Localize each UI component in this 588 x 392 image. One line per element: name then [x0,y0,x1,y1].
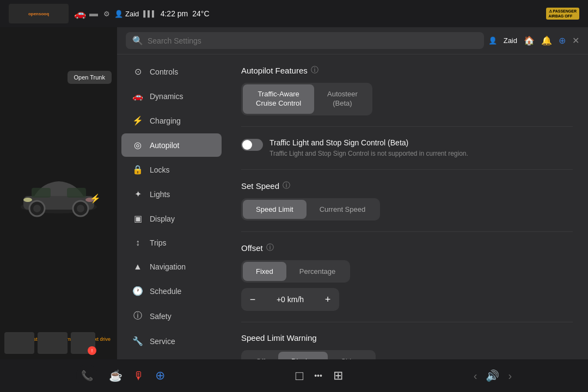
svg-point-5 [33,205,41,212]
percentage-button[interactable]: Percentage [286,262,349,281]
battery-icon: ▬ [89,9,98,19]
autosteer-button[interactable]: Autosteer (Beta) [314,84,371,114]
volume-icon[interactable]: 🔊 [486,369,499,382]
sidebar-item-display[interactable]: ▣ Display [121,207,222,230]
divider-2 [241,169,573,170]
sidebar-item-charging[interactable]: ⚡ Charging [121,109,222,132]
speed-offset-value: +0 km/h [262,295,318,304]
search-input-wrapper[interactable]: 🔍 [126,32,484,49]
traffic-light-toggle[interactable] [241,139,263,151]
user-icon: 👤 [114,10,123,18]
schedule-icon: 🕐 [132,286,143,296]
header-user-section: 👤 Zaid 🏠 🔔 ⊕ ✕ [488,35,579,46]
sidebar-item-software[interactable]: ↓ Software [121,354,222,359]
speed-limit-button[interactable]: Speed Limit [243,200,307,219]
status-user: 👤 Zaid [114,10,139,18]
controls-label: Controls [150,68,178,76]
sidebar-item-lights[interactable]: ✦ Lights [121,182,222,206]
thumbnail-1 [4,332,34,354]
charge-icon: ⚡ [90,193,101,204]
sidebar-item-controls[interactable]: ⊙ Controls [121,60,222,83]
lights-icon: ✦ [132,189,143,199]
autopilot-label: Autopilot [150,141,179,150]
svg-point-7 [77,205,84,212]
status-left: opensooq 🚗 ▬ ⚙ 👤 Zaid ▌▌▌ 4:22 pm 24°C [9,4,546,23]
display-label: Display [150,215,175,223]
autopilot-feature-buttons: Traffic-Aware Cruise Control Autosteer (… [241,83,372,115]
bluetooth-icon[interactable]: ⊕ [559,35,566,46]
grid-icon[interactable]: ⊞ [333,369,343,383]
bt-taskbar-icon[interactable]: ⊕ [155,369,165,383]
taskbar: 📞 ☕ 🎙 ⊕ □ ••• ⊞ ‹ 🔊 › [0,359,588,392]
dots-icon[interactable]: ••• [314,371,322,380]
service-label: Service [150,337,175,346]
tacc-button[interactable]: Traffic-Aware Cruise Control [243,84,314,114]
sidebar-item-navigation[interactable]: ▲ Navigation [121,255,222,278]
sidebar-item-service[interactable]: 🔧 Service [121,329,222,353]
speed-limit-warning-title: Speed Limit Warning [241,333,573,342]
traffic-light-subtitle: Traffic Light and Stop Sign Control is n… [270,149,468,158]
controls-icon: ⊙ [132,66,143,77]
set-speed-info-icon[interactable]: ⓘ [283,181,290,191]
sidebar-item-dynamics[interactable]: 🚗 Dynamics [121,84,222,108]
thumbnail-3-wrapper: ! [71,332,95,354]
sidebar-item-autopilot[interactable]: ◎ Autopilot [121,133,222,157]
warning-display-button[interactable]: Display [278,352,328,359]
nav-right-arrow[interactable]: › [508,370,512,382]
autopilot-features-title: Autopilot Features ⓘ [241,65,573,75]
speed-limit-warning-buttons: Off Display Chime [241,350,376,359]
taskbar-right: ‹ 🔊 › [474,369,512,382]
fixed-button[interactable]: Fixed [243,262,286,281]
charging-icon: ⚡ [132,115,143,126]
square-icon[interactable]: □ [296,368,304,383]
locks-label: Locks [150,166,170,174]
wifi-icon[interactable]: ✕ [572,35,579,46]
divider-1 [241,126,573,127]
navigation-icon: ▲ [132,262,143,272]
nav-arrows: ‹ [474,370,477,382]
sidebar-item-locks[interactable]: 🔒 Locks [121,158,222,181]
increment-speed-button[interactable]: + [318,290,338,309]
search-input[interactable] [148,36,477,45]
passenger-badge: ⚠ PASSENGERAIRBAG OFF [546,8,579,20]
coffee-icon[interactable]: ☕ [109,369,122,382]
open-trunk-button[interactable]: Open Trunk [68,71,112,84]
sidebar-item-trips[interactable]: ↕ Trips [121,231,222,254]
warning-off-button[interactable]: Off [243,352,278,359]
dynamics-label: Dynamics [150,92,183,101]
lights-label: Lights [150,190,170,199]
taskbar-left: 📞 ☕ 🎙 ⊕ [76,365,165,387]
thumbnail-2 [38,332,68,354]
mic-icon[interactable]: 🎙 [133,370,144,382]
offset-info-icon[interactable]: ⓘ [266,243,274,253]
bottom-thumbnails: ! [4,332,95,354]
schedule-label: Schedule [150,287,181,296]
decrement-speed-button[interactable]: − [243,290,262,309]
settings-panel: 🔍 👤 Zaid 🏠 🔔 ⊕ ✕ ⊙ Controls 🚗 Dynamics ⚡ [117,27,588,359]
taskbar-center: □ ••• ⊞ [296,368,343,383]
main-content: Autopilot Features ⓘ Traffic-Aware Cruis… [226,54,588,359]
offset-buttons: Fixed Percentage [241,260,350,283]
current-speed-button[interactable]: Current Speed [307,200,379,219]
sidebar-item-safety[interactable]: ⓘ Safety [121,304,222,328]
phone-icon[interactable]: 📞 [76,365,98,387]
autopilot-info-icon[interactable]: ⓘ [311,65,318,75]
bell-icon[interactable]: 🔔 [541,35,552,46]
nav-left-arrow[interactable]: ‹ [474,370,477,382]
status-icons: ⚙ 👤 Zaid ▌▌▌ 4:22 pm 24°C [103,9,210,18]
car-icon: 🚗 [74,8,86,20]
opensooq-logo: opensooq [9,4,69,23]
charging-label: Charging [150,117,181,125]
offset-controls: Fixed Percentage [241,260,573,283]
set-speed-title: Set Speed ⓘ [241,181,573,191]
traffic-light-text: Traffic Light and Stop Sign Control (Bet… [270,138,468,158]
status-bar: opensooq 🚗 ▬ ⚙ 👤 Zaid ▌▌▌ 4:22 pm 24°C ⚠… [0,0,588,27]
warning-badge: ! [88,346,96,355]
speed-offset-control: − +0 km/h + [241,288,339,311]
offset-title: Offset ⓘ [241,243,573,253]
warning-chime-button[interactable]: Chime [328,352,375,359]
home-icon[interactable]: 🏠 [524,35,535,46]
sidebar-item-schedule[interactable]: 🕐 Schedule [121,279,222,303]
dynamics-icon: 🚗 [132,91,143,101]
divider-4 [241,322,573,322]
